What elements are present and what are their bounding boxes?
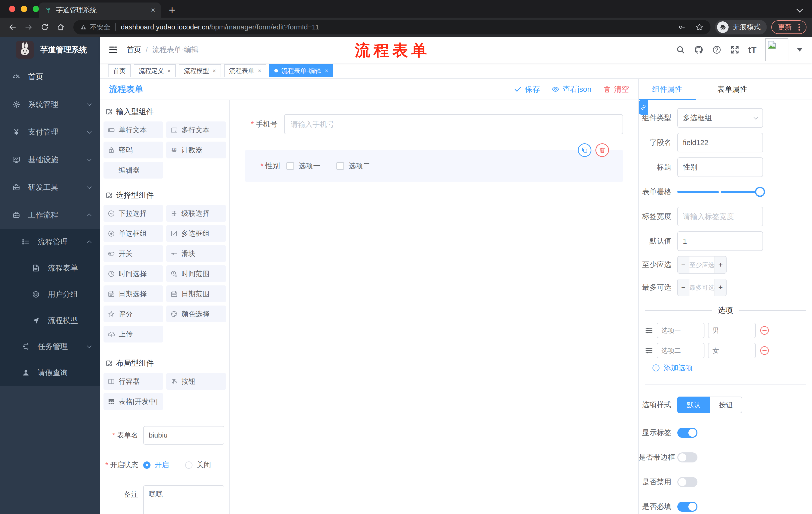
show-label-switch[interactable]: [677, 428, 697, 438]
sidebar-item-process-model[interactable]: 流程模型: [0, 307, 100, 333]
slider-handle[interactable]: [755, 187, 765, 197]
link-drawer-handle[interactable]: [639, 100, 648, 115]
option-value-input[interactable]: [708, 343, 756, 358]
clear-button[interactable]: 清空: [603, 84, 629, 94]
palette-item-radio-group[interactable]: 单选框组: [104, 225, 163, 242]
help-icon[interactable]: [712, 45, 722, 55]
min-select-placeholder[interactable]: 至少应选: [689, 256, 715, 273]
status-on-radio[interactable]: 开启: [143, 460, 169, 470]
palette-item-time-picker[interactable]: 时间选择: [104, 265, 163, 282]
form-grid-slider[interactable]: [677, 182, 763, 202]
palette-item-textarea[interactable]: 多行文本: [166, 121, 226, 138]
tab-search-chevron-icon[interactable]: [796, 6, 803, 12]
browser-tab[interactable]: 芋道管理系统 ×: [39, 2, 161, 18]
copy-item-button[interactable]: [578, 143, 591, 157]
palette-item-password[interactable]: 密码: [104, 141, 163, 158]
drag-handle-icon[interactable]: [645, 346, 653, 355]
new-tab-button[interactable]: +: [169, 4, 175, 16]
sidebar-item-process-mgmt[interactable]: 流程管理: [0, 229, 100, 255]
update-button[interactable]: 更新: [771, 20, 807, 34]
password-key-icon[interactable]: [678, 23, 686, 31]
style-button-button[interactable]: 按钮: [710, 397, 742, 413]
palette-item-color-picker[interactable]: 颜色选择: [166, 305, 226, 322]
form-remark-textarea[interactable]: 嘿嘿: [143, 485, 224, 514]
stepper-minus-button[interactable]: [678, 279, 689, 296]
palette-item-table[interactable]: 表格[开发中]: [104, 393, 163, 410]
view-json-button[interactable]: 查看json: [551, 84, 591, 94]
field-name-input[interactable]: [677, 133, 763, 153]
delete-item-button[interactable]: [596, 143, 609, 157]
font-size-icon[interactable]: [748, 45, 757, 55]
sidebar-item-user-group[interactable]: 用户分组: [0, 281, 100, 307]
palette-item-text-input[interactable]: 单行文本: [104, 121, 163, 138]
palette-item-row-container[interactable]: 行容器: [104, 373, 163, 390]
max-select-placeholder[interactable]: 最多可选: [689, 279, 715, 296]
form-canvas[interactable]: 手机号 性别 选项一: [230, 100, 638, 514]
sidebar-item-task-mgmt[interactable]: 任务管理: [0, 333, 100, 360]
option-value-input[interactable]: [708, 323, 756, 338]
border-switch[interactable]: [677, 452, 697, 462]
security-warning[interactable]: 不安全: [80, 23, 110, 32]
gender-option2-checkbox[interactable]: [337, 162, 344, 170]
breadcrumb-home[interactable]: 首页: [127, 45, 141, 55]
palette-item-time-range[interactable]: 时间范围: [166, 265, 226, 282]
stepper-plus-button[interactable]: [715, 279, 726, 296]
palette-item-cascader[interactable]: 级联选择: [166, 205, 226, 222]
palette-item-rate[interactable]: 评分: [104, 305, 163, 322]
canvas-item-gender-selected[interactable]: 性别 选项一 选项二: [245, 150, 623, 182]
tag-close-icon[interactable]: [258, 67, 261, 75]
tag-close-icon[interactable]: [167, 67, 171, 75]
sidebar-item-workflow[interactable]: 工作流程: [0, 201, 100, 229]
tag-process-definition[interactable]: 流程定义: [134, 64, 176, 77]
close-window-button[interactable]: [9, 6, 15, 12]
title-input[interactable]: [677, 157, 763, 177]
search-icon[interactable]: [676, 45, 685, 55]
forward-icon[interactable]: [22, 20, 36, 34]
sidebar-item-home[interactable]: 首页: [0, 63, 100, 90]
zoom-window-button[interactable]: [33, 6, 39, 12]
tag-close-icon[interactable]: [212, 67, 216, 75]
palette-item-date-picker[interactable]: 日期选择: [104, 286, 163, 302]
avatar-caret-icon[interactable]: [797, 48, 803, 52]
tab-component-props[interactable]: 组件属性: [639, 79, 696, 100]
option-label-input[interactable]: [657, 323, 704, 338]
remove-option-button[interactable]: [759, 345, 770, 356]
component-type-select[interactable]: 多选框组: [677, 108, 763, 128]
sidebar-item-payment-mgmt[interactable]: 支付管理: [0, 118, 100, 146]
sidebar-item-process-form[interactable]: 流程表单: [0, 255, 100, 281]
form-name-input[interactable]: [143, 426, 224, 444]
drag-handle-icon[interactable]: [645, 326, 653, 335]
tag-process-form[interactable]: 流程表单: [224, 64, 266, 77]
style-default-button[interactable]: 默认: [677, 397, 710, 413]
palette-item-checkbox-group[interactable]: 多选框组: [166, 225, 226, 242]
tag-close-icon[interactable]: [325, 67, 328, 75]
canvas-item-phone[interactable]: 手机号: [245, 114, 623, 134]
stepper-plus-button[interactable]: [715, 256, 726, 273]
sidebar-fold-icon[interactable]: [108, 45, 118, 55]
default-value-input[interactable]: [677, 231, 763, 251]
avatar[interactable]: [765, 38, 788, 61]
back-icon[interactable]: [5, 20, 20, 34]
bookmark-star-icon[interactable]: [695, 23, 704, 32]
palette-item-upload[interactable]: 上传: [104, 326, 163, 343]
stepper-minus-button[interactable]: [678, 256, 689, 273]
palette-item-select[interactable]: 下拉选择: [104, 205, 163, 222]
save-button[interactable]: 保存: [514, 84, 540, 94]
sidebar-item-infrastructure[interactable]: 基础设施: [0, 146, 100, 173]
palette-item-counter[interactable]: 计数器: [166, 141, 226, 158]
palette-item-button[interactable]: 按钮: [166, 373, 226, 390]
palette-item-switch[interactable]: 开关: [104, 245, 163, 262]
home-icon[interactable]: [54, 20, 68, 34]
palette-item-date-range[interactable]: 日期范围: [166, 286, 226, 302]
add-option-button[interactable]: 添加选项: [652, 363, 812, 373]
tag-process-form-edit[interactable]: 流程表单-编辑: [269, 64, 333, 77]
sidebar-logo[interactable]: 芋道管理系统: [0, 37, 100, 63]
phone-input[interactable]: [284, 114, 623, 134]
remove-option-button[interactable]: [759, 325, 770, 336]
fullscreen-icon[interactable]: [730, 45, 740, 55]
browser-menu-dots-icon[interactable]: [799, 26, 800, 28]
label-width-input[interactable]: [677, 207, 763, 226]
tag-process-model[interactable]: 流程模型: [179, 64, 221, 77]
sidebar-item-leave-query[interactable]: 请假查询: [0, 360, 100, 386]
tab-close-icon[interactable]: ×: [151, 6, 155, 14]
